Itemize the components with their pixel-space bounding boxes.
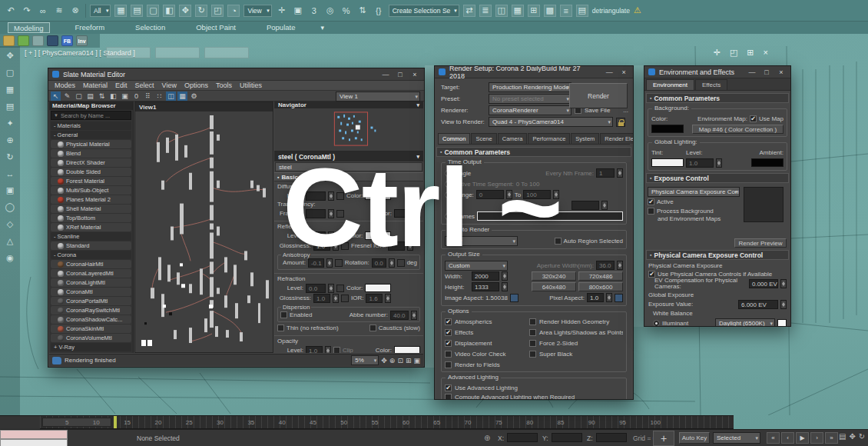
material-browser-item[interactable]: CoronaVolumeMtl xyxy=(51,334,131,342)
thin-checkbox[interactable] xyxy=(277,325,284,331)
toolbar-icon[interactable]: ↷ xyxy=(21,5,33,17)
spinner[interactable] xyxy=(601,201,608,210)
toolbar-icon[interactable]: ▤ xyxy=(131,5,143,17)
render-setup-tab[interactable]: Camera xyxy=(498,133,528,144)
active-checkbox[interactable]: ✔ xyxy=(648,198,654,205)
spinner[interactable] xyxy=(606,293,612,302)
material-browser-item[interactable]: - Scanline xyxy=(51,232,131,241)
material-browser-item[interactable]: Planes Material 2 xyxy=(51,195,131,204)
ribbon-tab[interactable]: Modeling xyxy=(8,22,50,33)
manager-icon[interactable]: ◫ xyxy=(495,5,508,17)
material-browser-item[interactable]: DirectX Shader xyxy=(51,158,131,167)
render-setup-titlebar[interactable]: Render Setup: Corona 2 DailyBuild Mar 27… xyxy=(435,66,633,78)
material-editor-toolbar-icon[interactable]: ◫ xyxy=(166,92,176,101)
playback-button[interactable]: « xyxy=(767,432,780,444)
spinner[interactable] xyxy=(333,294,339,303)
environment-map-button[interactable]: Map #46 ( Color Correction ) xyxy=(692,125,784,134)
size-preset-button[interactable]: 720x486 xyxy=(578,271,623,281)
viewport-tab[interactable] xyxy=(106,47,151,58)
advanced-lighting-checkbox-row[interactable]: Compute Advanced Lighting when Required xyxy=(445,392,623,400)
maximize-button[interactable]: □ xyxy=(761,68,772,76)
left-toolbar-icon[interactable]: ▤ xyxy=(6,102,14,112)
refraction-color-swatch[interactable] xyxy=(365,284,391,292)
menu-item[interactable]: Edit xyxy=(115,82,128,89)
menu-item[interactable]: Tools xyxy=(216,82,232,89)
size-preset-button[interactable]: 320x240 xyxy=(532,271,576,281)
reference-coordsys-dropdown[interactable]: View xyxy=(244,5,271,17)
illuminant-dropdown[interactable]: Daylight (6500K) xyxy=(715,318,775,328)
target-dropdown[interactable]: Production Rendering Mode xyxy=(489,82,571,92)
toolbar-icon[interactable]: ◔ xyxy=(227,5,240,17)
zoom-level-dropdown[interactable]: 5% xyxy=(351,355,379,365)
material-browser-item[interactable]: CoronaMtl xyxy=(51,288,131,296)
process-background-checkbox[interactable] xyxy=(648,208,654,215)
material-editor-toolbar-icon[interactable]: 0 xyxy=(131,92,141,101)
spinner[interactable] xyxy=(502,282,508,291)
material-editor-toolbar-icon[interactable]: ▦ xyxy=(177,92,187,101)
render-setup-tab[interactable]: System xyxy=(571,133,599,144)
refraction-level-field[interactable]: 0.0 xyxy=(306,284,326,293)
menu-item[interactable]: Utilities xyxy=(240,82,262,89)
browser-header[interactable]: Material/Map Browser xyxy=(49,102,133,110)
spinner[interactable] xyxy=(716,158,722,168)
material-browser-item[interactable]: Double Sided xyxy=(51,168,131,176)
minimize-button[interactable]: — xyxy=(604,68,615,76)
height-field[interactable]: 1333 xyxy=(472,282,499,291)
caustics-checkbox[interactable] xyxy=(369,325,376,331)
material-browser-item[interactable]: - General xyxy=(51,131,131,139)
left-toolbar-icon[interactable]: ◯ xyxy=(5,202,15,212)
menu-item[interactable]: Modes xyxy=(55,82,75,89)
spinner[interactable] xyxy=(328,284,334,293)
z-coordinate-field[interactable] xyxy=(596,433,627,442)
material-browser-item[interactable]: Multi/Sub-Object xyxy=(51,186,131,195)
material-editor-toolbar-icon[interactable]: ✎ xyxy=(62,92,72,101)
env-common-parameters-rollout[interactable]: Common Parameters xyxy=(646,93,789,103)
manager-icon[interactable]: ▤ xyxy=(576,5,588,17)
spinner[interactable] xyxy=(325,346,331,354)
material-editor-titlebar[interactable]: Slate Material Editor — □ × xyxy=(48,68,424,81)
spinner[interactable] xyxy=(780,300,787,309)
view-navigation-icon[interactable]: ⊕ xyxy=(389,357,396,364)
spinner[interactable] xyxy=(385,294,391,303)
playback-button[interactable]: ‹ xyxy=(781,432,794,444)
enabled-checkbox[interactable] xyxy=(280,311,287,318)
environment-tab[interactable]: Environment xyxy=(646,79,694,90)
ribbon-tab[interactable]: Selection xyxy=(130,22,171,33)
manager-icon[interactable]: ≡ xyxy=(560,5,572,17)
snap-toggle-icon[interactable]: {} xyxy=(373,5,385,17)
plugin-button[interactable] xyxy=(3,35,15,46)
spinner[interactable] xyxy=(617,168,623,178)
ribbon-tab[interactable]: Populate xyxy=(261,22,301,33)
material-editor-toolbar-icon[interactable]: ⇅ xyxy=(97,92,107,101)
spinner[interactable] xyxy=(617,261,623,270)
image-aspect-lock-icon[interactable] xyxy=(510,294,518,302)
toolbar-icon[interactable]: ◧ xyxy=(163,5,175,17)
render-setup-tab[interactable]: Render Elements xyxy=(600,133,634,144)
option-checkbox-row[interactable]: ✔ Atmospherics xyxy=(445,317,529,326)
toolbar-icon[interactable]: ⊗ xyxy=(69,5,81,17)
playback-button[interactable]: » xyxy=(825,432,838,444)
snap-toggle-icon[interactable]: 3 xyxy=(308,5,320,17)
ribbon-tab[interactable]: Freeform xyxy=(70,22,111,33)
material-browser-item[interactable]: Standard xyxy=(51,241,131,250)
lock-icon[interactable] xyxy=(616,118,625,127)
material-editor-toolbar-icon[interactable]: ◧ xyxy=(108,92,118,101)
snap-toggle-icon[interactable]: ⇅ xyxy=(356,5,369,17)
left-toolbar-icon[interactable]: △ xyxy=(7,236,13,246)
environment-tab[interactable]: Effects xyxy=(695,79,727,90)
material-editor-toolbar-icon[interactable]: ▢ xyxy=(74,92,84,101)
material-editor-toolbar-icon[interactable]: ⠿ xyxy=(143,92,153,101)
plugin-button[interactable]: FB xyxy=(61,35,73,46)
y-coordinate-field[interactable] xyxy=(552,433,582,442)
left-toolbar-icon[interactable]: ↔ xyxy=(6,169,15,178)
playback-button[interactable]: ▶ xyxy=(796,432,809,444)
left-toolbar-icon[interactable]: ✥ xyxy=(6,51,13,61)
material-browser-item[interactable]: Forest Material xyxy=(51,177,131,185)
spinner[interactable] xyxy=(502,271,508,281)
view-navigation-icon[interactable]: ▣ xyxy=(413,357,420,364)
spinner[interactable] xyxy=(411,311,417,320)
minimize-button[interactable]: — xyxy=(747,68,757,76)
plugin-button[interactable] xyxy=(18,35,29,46)
ribbon-more-icon[interactable]: ▾ xyxy=(320,24,324,32)
exposure-value-field[interactable]: 6.000 EV xyxy=(738,300,778,309)
